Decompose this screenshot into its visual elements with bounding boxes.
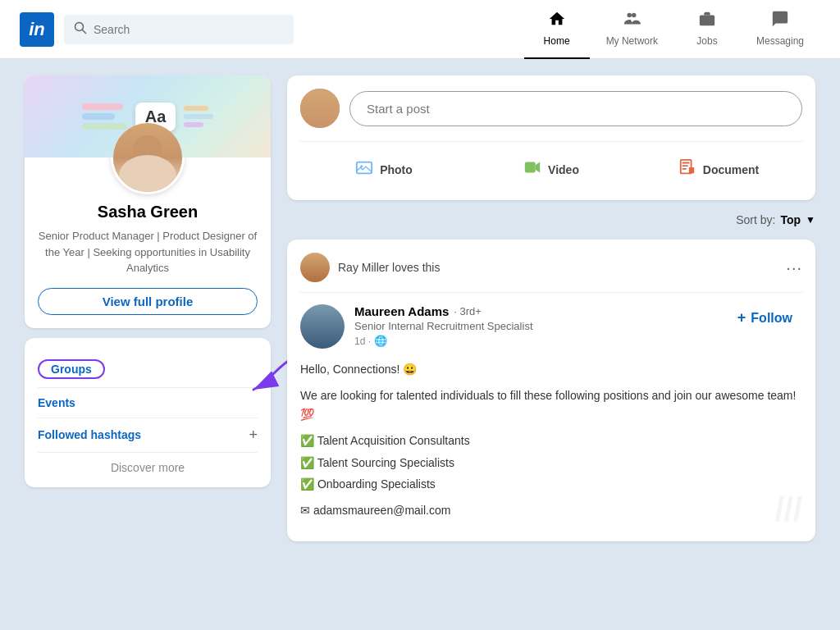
svg-point-3 xyxy=(632,13,637,18)
avatar-image xyxy=(113,123,182,192)
post-time: 1d · xyxy=(354,336,371,347)
svg-rect-8 xyxy=(525,162,536,173)
svg-rect-14 xyxy=(689,167,694,173)
network-icon xyxy=(623,10,641,32)
author-avatar-image xyxy=(300,304,345,349)
nav-item-network[interactable]: My Network xyxy=(590,0,674,59)
profile-card: Aa Sasha Green Senior Product Manager | … xyxy=(25,75,271,328)
sort-bar: Sort by: Top ▼ xyxy=(287,210,815,230)
linkedin-logo[interactable]: in xyxy=(20,12,54,47)
messaging-icon xyxy=(771,10,789,32)
feed: Start a post Photo xyxy=(287,75,815,541)
document-label: Document xyxy=(703,163,759,176)
nav-label-messaging: Messaging xyxy=(756,35,804,47)
profile-name: Sasha Green xyxy=(38,203,258,221)
photo-icon xyxy=(355,158,373,180)
post-card: Ray Miller loves this ··· Maureen Adams … xyxy=(287,240,815,541)
svg-rect-4 xyxy=(700,15,714,25)
nav-label-home: Home xyxy=(544,35,570,47)
post-content: Hello, Connections! 😀 We are looking for… xyxy=(300,360,802,520)
groups-label: Groups xyxy=(38,359,105,379)
video-icon xyxy=(523,158,541,180)
svg-rect-11 xyxy=(682,162,689,164)
loves-avatar xyxy=(300,253,330,282)
video-action[interactable]: Video xyxy=(468,152,635,187)
watermark: /// xyxy=(775,491,802,528)
post-actions: Photo Video xyxy=(300,141,802,187)
svg-rect-12 xyxy=(682,165,687,167)
post-options-button[interactable]: ··· xyxy=(786,258,802,277)
add-icon[interactable]: + xyxy=(249,427,258,444)
svg-rect-13 xyxy=(682,168,687,170)
author-meta: 1d · 🌐 xyxy=(354,335,718,347)
follow-button[interactable]: + Follow xyxy=(728,304,802,331)
follow-label: Follow xyxy=(751,311,792,326)
header: in Home xyxy=(0,0,840,59)
header-left: in xyxy=(20,12,524,47)
events-label: Events xyxy=(38,396,75,409)
nav-link-groups[interactable]: Groups xyxy=(38,351,258,388)
nav-link-hashtags[interactable]: Followed hashtags + xyxy=(38,418,258,453)
author-degree: · 3rd+ xyxy=(454,305,482,317)
loves-row: Ray Miller loves this ··· xyxy=(300,253,802,293)
jobs-icon xyxy=(698,10,716,32)
sidebar: Aa Sasha Green Senior Product Manager | … xyxy=(25,75,271,541)
home-icon xyxy=(548,10,566,32)
author-info: Maureen Adams · 3rd+ Senior Internal Rec… xyxy=(354,304,718,347)
sort-chevron-icon[interactable]: ▼ xyxy=(806,214,815,226)
svg-marker-9 xyxy=(536,162,541,173)
view-profile-button[interactable]: View full profile xyxy=(38,288,258,315)
profile-avatar xyxy=(111,121,185,194)
list-item: ✅ Talent Acquisition Consultants xyxy=(300,431,802,450)
author-name-row: Maureen Adams · 3rd+ xyxy=(354,304,718,318)
photo-action[interactable]: Photo xyxy=(300,152,468,187)
search-input[interactable] xyxy=(94,23,284,36)
document-action[interactable]: Document xyxy=(635,152,802,187)
nav-link-events[interactable]: Events xyxy=(38,388,258,418)
photo-label: Photo xyxy=(380,163,413,176)
post-input-row: Start a post xyxy=(300,89,802,128)
sort-value[interactable]: Top xyxy=(780,213,801,226)
follow-plus-icon: + xyxy=(737,309,746,326)
svg-line-1 xyxy=(83,30,86,33)
video-label: Video xyxy=(548,163,579,176)
globe-icon: 🌐 xyxy=(374,335,387,347)
list-item: ✅ Talent Sourcing Specialists xyxy=(300,454,802,472)
post-body: We are looking for talented individuals … xyxy=(300,386,802,423)
nav-item-messaging[interactable]: Messaging xyxy=(740,0,820,59)
discover-more[interactable]: Discover more xyxy=(38,453,258,474)
list-item: ✅ Onboarding Specialists xyxy=(300,475,802,493)
sort-label: Sort by: xyxy=(736,213,775,226)
author-subtitle: Senior Internal Recruitment Specialist xyxy=(354,320,718,332)
author-name[interactable]: Maureen Adams xyxy=(354,304,449,318)
header-nav: Home My Network Jobs xyxy=(524,0,820,59)
profile-title: Senior Product Manager | Product Designe… xyxy=(38,228,258,276)
search-icon xyxy=(74,21,87,38)
post-input[interactable]: Start a post xyxy=(349,91,802,126)
nav-item-home[interactable]: Home xyxy=(524,0,590,59)
loves-avatar-image xyxy=(300,253,330,282)
nav-label-jobs: Jobs xyxy=(696,35,717,47)
post-list: ✅ Talent Acquisition Consultants ✅ Talen… xyxy=(300,431,802,493)
document-icon xyxy=(678,158,696,180)
hashtags-label: Followed hashtags xyxy=(38,428,141,441)
post-avatar xyxy=(300,89,340,128)
post-email: ✉ adamsmaureen@mail.com xyxy=(300,501,802,519)
main-content: Aa Sasha Green Senior Product Manager | … xyxy=(0,59,840,558)
nav-label-network: My Network xyxy=(606,35,658,47)
search-bar[interactable] xyxy=(64,15,294,44)
nav-links-card: Groups Events Followe xyxy=(25,338,271,487)
author-avatar xyxy=(300,304,345,349)
post-greeting: Hello, Connections! 😀 xyxy=(300,360,802,378)
author-row: Maureen Adams · 3rd+ Senior Internal Rec… xyxy=(300,304,802,349)
post-box: Start a post Photo xyxy=(287,75,815,200)
nav-item-jobs[interactable]: Jobs xyxy=(674,0,740,59)
svg-point-2 xyxy=(628,13,632,18)
post-avatar-image xyxy=(300,89,340,128)
loves-text: Ray Miller loves this xyxy=(338,261,440,274)
